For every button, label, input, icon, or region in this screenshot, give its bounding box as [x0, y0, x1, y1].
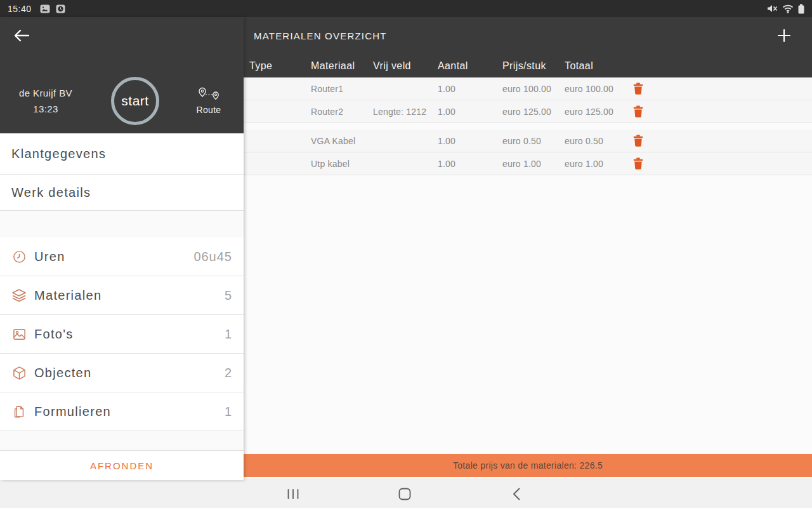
route-pins-icon: [196, 87, 221, 104]
wifi-icon: [782, 4, 794, 13]
column-header-type: Type: [249, 60, 311, 72]
column-header-totaal: Totaal: [565, 60, 630, 72]
trash-icon: [633, 83, 643, 95]
table-group-gap: [244, 123, 812, 130]
sidebar-item-klantgegevens[interactable]: Klantgegevens: [0, 133, 244, 175]
status-bar: 15:40: [0, 0, 812, 17]
trash-icon: [633, 105, 643, 117]
job-company-block: de Kruijf BV 13:23: [5, 85, 86, 117]
sidebar-item-value: 06u45: [193, 250, 232, 264]
sidebar-spacer: [0, 431, 244, 450]
back-button[interactable]: [11, 27, 32, 44]
job-header-panel: de Kruijf BV 13:23 start: [0, 17, 244, 133]
table-row[interactable]: Router1 1.00 euro 100.00 euro 100.00: [244, 77, 812, 100]
afronden-button[interactable]: AFRONDEN: [0, 450, 244, 480]
sidebar-item-label: Foto's: [34, 327, 74, 342]
sidebar-item-fotos[interactable]: Foto's 1: [0, 315, 244, 354]
back-arrow-icon: [13, 29, 30, 42]
cube-icon: [11, 365, 27, 380]
cell-aantal: 1.00: [438, 84, 502, 94]
cell-aantal: 1.00: [438, 107, 502, 117]
cell-totaal: euro 100.00: [565, 84, 630, 94]
table-row[interactable]: Router2 Lengte: 1212 1.00 euro 125.00 eu…: [244, 100, 812, 123]
add-material-button[interactable]: [773, 24, 796, 47]
column-header-materiaal: Materiaal: [311, 60, 373, 72]
start-button[interactable]: start: [111, 77, 159, 125]
sidebar-item-label: Werk details: [11, 185, 91, 200]
sidebar-item-value: 1: [225, 404, 232, 419]
photo-notification-icon: [40, 4, 50, 13]
sidebar-item-value: 2: [225, 366, 232, 380]
table-row[interactable]: Utp kabel 1.00 euro 1.00 euro 1.00: [244, 152, 812, 175]
company-name: de Kruijf BV: [5, 85, 86, 101]
route-button[interactable]: Route: [184, 87, 233, 115]
sidebar-item-label: Objecten: [34, 366, 91, 380]
column-header-vrij-veld: Vrij veld: [373, 60, 438, 72]
status-time: 15:40: [8, 4, 32, 14]
cell-prijs-stuk: euro 100.00: [502, 84, 565, 94]
sidebar-item-label: Formulieren: [34, 404, 111, 419]
cell-aantal: 1.00: [438, 159, 502, 169]
trash-icon: [633, 135, 643, 147]
sidebar-item-value: 1: [225, 327, 232, 342]
table-row[interactable]: VGA Kabel 1.00 euro 0.50 euro 0.50: [244, 130, 812, 152]
sidebar-item-formulieren[interactable]: Formulieren 1: [0, 392, 244, 431]
clock-notification-icon: [56, 4, 65, 13]
sidebar: de Kruijf BV 13:23 start: [0, 17, 244, 480]
sidebar-item-value: 5: [225, 288, 232, 303]
sidebar-section-gap: [0, 211, 244, 237]
sidebar-item-label: Materialen: [34, 288, 102, 303]
sidebar-item-label: Uren: [34, 250, 65, 264]
content-spacer: [244, 175, 812, 454]
cell-materiaal: Router1: [311, 84, 373, 94]
main-area: de Kruijf BV 13:23 start: [0, 17, 812, 480]
plus-icon: [776, 28, 792, 43]
column-header-aantal: Aantal: [438, 60, 502, 72]
total-price-bar: Totale prijs van de materialen: 226.5: [244, 454, 812, 477]
cell-totaal: euro 125.00: [565, 107, 630, 117]
cell-materiaal: Utp kabel: [311, 159, 373, 169]
cell-materiaal: Router2: [311, 107, 373, 117]
afronden-button-label: AFRONDEN: [90, 460, 154, 471]
column-header-prijs-stuk: Prijs/stuk: [502, 60, 565, 72]
sidebar-item-label: Klantgegevens: [11, 147, 106, 161]
sidebar-item-werk-details[interactable]: Werk details: [0, 175, 244, 211]
cell-totaal: euro 1.00: [565, 159, 630, 169]
total-price-label: Totale prijs van de materialen: 226.5: [453, 460, 603, 471]
delete-row-button[interactable]: [630, 104, 646, 120]
trash-icon: [633, 157, 643, 170]
delete-row-button[interactable]: [630, 81, 646, 97]
delete-row-button[interactable]: [630, 133, 646, 149]
home-icon: [398, 488, 411, 500]
photo-icon: [11, 326, 27, 342]
sidebar-item-materialen[interactable]: Materialen 5: [0, 276, 244, 315]
cell-aantal: 1.00: [438, 136, 502, 146]
recents-icon: [286, 489, 300, 499]
nav-back-button[interactable]: [501, 481, 532, 507]
mute-icon: [767, 4, 778, 13]
sidebar-item-uren[interactable]: Uren 06u45: [0, 237, 244, 276]
chevron-left-icon: [513, 488, 520, 500]
content-area: MATERIALEN OVERZICHT Type Materiaal Vrij…: [244, 17, 812, 480]
cell-totaal: euro 0.50: [565, 136, 630, 146]
cell-prijs-stuk: euro 1.00: [502, 159, 565, 169]
layers-icon: [11, 288, 27, 303]
recents-button[interactable]: [278, 481, 308, 507]
cell-materiaal: VGA Kabel: [311, 136, 373, 146]
route-label: Route: [197, 105, 221, 115]
table-header-row: Type Materiaal Vrij veld Aantal Prijs/st…: [244, 54, 812, 77]
page-title: MATERIALEN OVERZICHT: [254, 30, 773, 41]
sidebar-item-objecten[interactable]: Objecten 2: [0, 354, 244, 392]
job-time: 13:23: [5, 101, 86, 117]
cell-prijs-stuk: euro 125.00: [502, 107, 565, 117]
start-button-label: start: [121, 93, 148, 109]
clock-icon: [11, 249, 27, 264]
home-button[interactable]: [390, 481, 420, 507]
cell-prijs-stuk: euro 0.50: [502, 136, 565, 146]
document-icon: [11, 404, 27, 419]
battery-icon: [798, 4, 804, 14]
android-nav-bar: [0, 480, 812, 508]
delete-row-button[interactable]: [630, 156, 646, 172]
cell-vrij-veld: Lengte: 1212: [373, 107, 438, 117]
